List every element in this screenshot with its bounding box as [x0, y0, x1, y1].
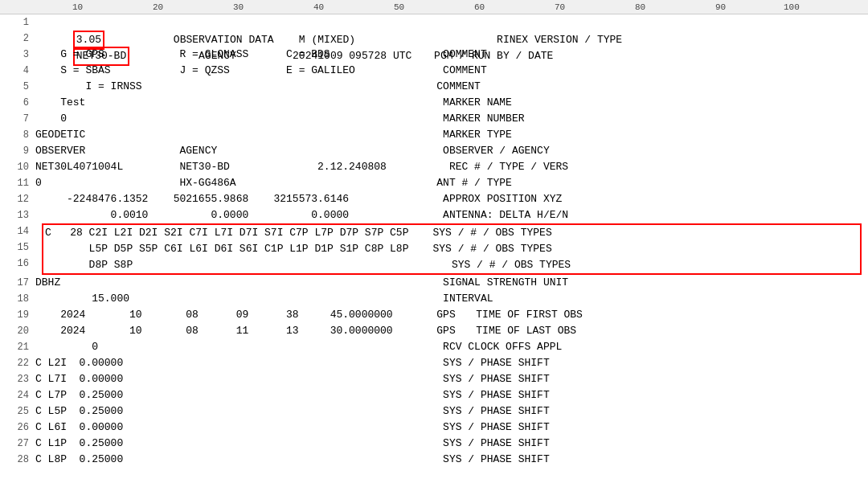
line-number: 27: [6, 436, 29, 452]
line-number: 20: [6, 323, 29, 339]
line-text: C L1P 0.25000 SYS / PHASE SHIFT: [35, 436, 862, 452]
line-number: 8: [6, 127, 29, 143]
line-3: 3 G = GPS R = GLONASS C = BDS COMMENT: [6, 47, 862, 63]
line-text: C L7I 0.00000 SYS / PHASE SHIFT: [35, 371, 862, 387]
obs-line-14: C 28 C2I L2I D2I S2I C7I L7I D7I S7I C7P…: [45, 225, 858, 241]
ruler-mark-100: 100: [784, 2, 800, 12]
obs-lines-content: C 28 C2I L2I D2I S2I C7I L7I D7I S7I C7P…: [42, 223, 862, 275]
ruler-mark-10: 10: [72, 2, 83, 12]
line-text: -2248476.1352 5021655.9868 3215573.6146 …: [35, 191, 862, 207]
ruler-mark-80: 80: [635, 2, 645, 12]
line-text: 0.0010 0.0000 0.0000 ANTENNA: DELTA H/E/…: [35, 207, 862, 223]
line-number: 6: [6, 95, 29, 111]
line-21: 21 0 RCV CLOCK OFFS APPL: [6, 339, 862, 355]
line-text: S = SBAS J = QZSS E = GALILEO COMMENT: [35, 63, 862, 79]
line-number: 15: [6, 239, 29, 256]
line-text: G = GPS R = GLONASS C = BDS COMMENT: [35, 47, 862, 63]
line-number: 21: [6, 339, 29, 355]
line-text: 2024 10 08 09 38 45.0000000 GPS TIME OF …: [35, 307, 862, 323]
line-text: 0 HX-GG486A ANT # / TYPE: [35, 175, 862, 191]
line-text: Test MARKER NAME: [35, 95, 862, 111]
line-4: 4 S = SBAS J = QZSS E = GALILEO COMMENT: [6, 63, 862, 79]
obs-line-15: L5P D5P S5P C6I L6I D6I S6I C1P L1P D1P …: [45, 241, 858, 257]
ruler-mark-40: 40: [313, 2, 324, 12]
ruler-mark-90: 90: [715, 2, 726, 12]
line-25: 25 C L5P 0.25000 SYS / PHASE SHIFT: [6, 403, 862, 420]
obs-line-numbers: 14 15 16: [6, 223, 35, 275]
line-number: 25: [6, 403, 29, 420]
ruler-mark-70: 70: [555, 2, 565, 12]
line-number: 2: [6, 31, 29, 47]
line-number: 23: [6, 371, 29, 387]
line-number: 28: [6, 452, 29, 468]
line-1: 1 3.05 OBSERVATION DATA M (MIXED) RINEX …: [6, 14, 862, 31]
line-number: 9: [6, 143, 29, 159]
line-text: 15.000 INTERVAL: [35, 291, 862, 307]
line-text: D8P S8P SYS / # / OBS TYPES: [45, 257, 858, 273]
line-text: C 28 C2I L2I D2I S2I C7I L7I D7I S7I C7P…: [45, 225, 858, 241]
line-number: 4: [6, 63, 29, 79]
line-22: 22 C L2I 0.00000 SYS / PHASE SHIFT: [6, 355, 862, 371]
line-17: 17 DBHZ SIGNAL STRENGTH UNIT: [6, 275, 862, 291]
line-20: 20 2024 10 08 11 13 30.0000000 GPS TIME …: [6, 323, 862, 339]
line-text: C L6I 0.00000 SYS / PHASE SHIFT: [35, 420, 862, 436]
ruler-mark-60: 60: [474, 2, 485, 12]
line-number: 26: [6, 420, 29, 436]
line-text: GEODETIC MARKER TYPE: [35, 127, 862, 143]
line-text: C L2I 0.00000 SYS / PHASE SHIFT: [35, 355, 862, 371]
line-number: 18: [6, 291, 29, 307]
line-number: 11: [6, 175, 29, 191]
obs-line-16: D8P S8P SYS / # / OBS TYPES: [45, 257, 858, 273]
ruler-mark-30: 30: [233, 2, 244, 12]
line-text: 0 RCV CLOCK OFFS APPL: [35, 339, 862, 355]
line-9: 9 OBSERVER AGENCY OBSERVER / AGENCY: [6, 143, 862, 159]
line-number: 7: [6, 111, 29, 127]
line-23: 23 C L7I 0.00000 SYS / PHASE SHIFT: [6, 371, 862, 387]
line-text: L5P D5P S5P C6I L6I D6I S6I C1P L1P D1P …: [45, 241, 858, 257]
line-24: 24 C L7P 0.25000 SYS / PHASE SHIFT: [6, 387, 862, 403]
line-26: 26 C L6I 0.00000 SYS / PHASE SHIFT: [6, 420, 862, 436]
line-8: 8 GEODETIC MARKER TYPE: [6, 127, 862, 143]
line-7: 7 0 MARKER NUMBER: [6, 111, 862, 127]
line-text: 0 MARKER NUMBER: [35, 111, 862, 127]
line-number: 1: [6, 14, 29, 31]
line-number: 5: [6, 79, 29, 95]
line-number: 12: [6, 191, 29, 207]
line-12: 12 -2248476.1352 5021655.9868 3215573.61…: [6, 191, 862, 207]
line-11: 11 0 HX-GG486A ANT # / TYPE: [6, 175, 862, 191]
line-number: 17: [6, 275, 29, 291]
obs-types-box: C 28 C2I L2I D2I S2I C7I L7I D7I S7I C7P…: [42, 223, 862, 275]
line-27: 27 C L1P 0.25000 SYS / PHASE SHIFT: [6, 436, 862, 452]
line-number: 3: [6, 47, 29, 63]
ruler-mark-50: 50: [394, 2, 404, 12]
line-number: 16: [6, 256, 29, 272]
ruler: 10 20 30 40 50 60 70 80 90 100: [0, 0, 868, 14]
line-number: 24: [6, 387, 29, 403]
line-number: 10: [6, 159, 29, 175]
line-18: 18 15.000 INTERVAL: [6, 291, 862, 307]
line-text: C L7P 0.25000 SYS / PHASE SHIFT: [35, 387, 862, 403]
line-number: 19: [6, 307, 29, 323]
line-number: 13: [6, 207, 29, 223]
line-text: C L5P 0.25000 SYS / PHASE SHIFT: [35, 403, 862, 420]
obs-types-block: 14 15 16 C 28 C2I L2I D2I S2I C7I L7I D7…: [6, 223, 862, 275]
line-10: 10 NET30L4071004L NET30-BD 2.12.240808 R…: [6, 159, 862, 175]
line-text: I = IRNSS COMMENT: [35, 79, 862, 95]
line-6: 6 Test MARKER NAME: [6, 95, 862, 111]
line-text: 2024 10 08 11 13 30.0000000 GPS TIME OF …: [35, 323, 862, 339]
line-text: OBSERVER AGENCY OBSERVER / AGENCY: [35, 143, 862, 159]
line-text: DBHZ SIGNAL STRENGTH UNIT: [35, 275, 862, 291]
line-text: C L8P 0.25000 SYS / PHASE SHIFT: [35, 452, 862, 468]
line-19: 19 2024 10 08 09 38 45.0000000 GPS TIME …: [6, 307, 862, 323]
line-text: NET30L4071004L NET30-BD 2.12.240808 REC …: [35, 159, 862, 175]
ruler-mark-20: 20: [153, 2, 163, 12]
line-2: 2 NET30-BD AGENCY 20241009 095728 UTC PG…: [6, 31, 862, 47]
line-number: 22: [6, 355, 29, 371]
line-13: 13 0.0010 0.0000 0.0000 ANTENNA: DELTA H…: [6, 207, 862, 223]
line-5: 5 I = IRNSS COMMENT: [6, 79, 862, 95]
line-number: 14: [6, 223, 29, 239]
file-content: 1 3.05 OBSERVATION DATA M (MIXED) RINEX …: [0, 14, 868, 483]
line-28: 28 C L8P 0.25000 SYS / PHASE SHIFT: [6, 452, 862, 468]
